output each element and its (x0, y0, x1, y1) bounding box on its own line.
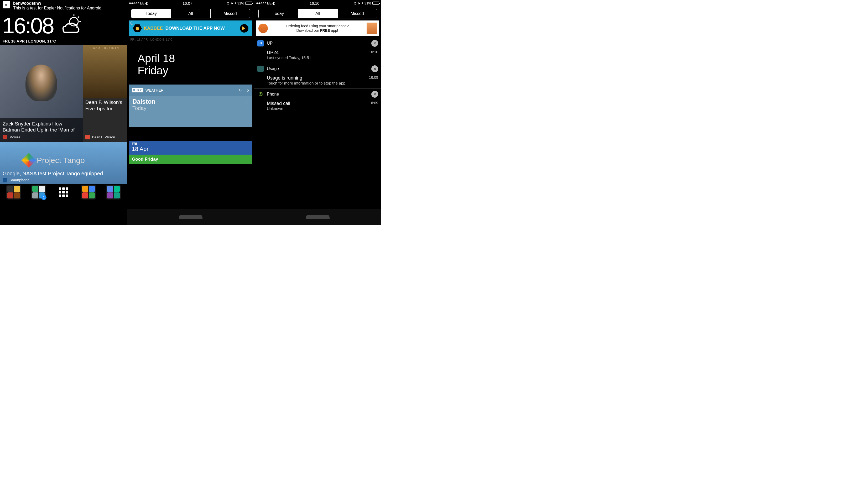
status-bar: EE ◐ 16:10 ⊙ ➤ ⌖ 31% (254, 0, 381, 6)
today-date-widget: April 18 Friday (127, 42, 254, 77)
notif-item[interactable]: UP2416:10 Last synced Today, 15:51 (254, 48, 381, 62)
news-title: Zack Snyder Explains How Batman Ended Up… (3, 121, 80, 133)
date-line: FRI, 18 APR | LONDON, 11°C (0, 39, 127, 45)
source-icon (85, 135, 90, 139)
bbc-weather-card[interactable]: B B C WEATHER ↻ › Dalston Today -- -- (129, 85, 252, 127)
battery-pct: 31% (237, 1, 244, 5)
wifi-icon: ◐ (272, 1, 275, 5)
dock-folder-2[interactable]: 1 (31, 185, 46, 199)
clock-widget[interactable]: 16:08 (0, 13, 127, 39)
notif-text: This is a test for Espier Notifications … (13, 6, 101, 11)
status-time: 16:10 (275, 1, 354, 5)
grabber-icon[interactable] (306, 215, 330, 219)
tango-logo: Project Tango (24, 155, 85, 166)
ad-image (367, 22, 377, 34)
battery-pct: 31% (364, 1, 371, 5)
wifi-icon: ◐ (145, 1, 148, 5)
grabber-icon[interactable] (179, 215, 202, 219)
notif-user: benwoodstnw (13, 1, 101, 6)
dock-folder-3[interactable] (81, 185, 96, 199)
source-icon (3, 135, 7, 139)
dock-folder-4[interactable] (106, 185, 121, 199)
notification-list: UP UP ✕ UP2416:10 Last synced Today, 15:… (254, 37, 381, 114)
play-icon (240, 24, 248, 33)
tab-all[interactable]: All (298, 9, 337, 18)
phone-icon: ✆ (257, 91, 264, 97)
notif-group-header[interactable]: UP UP ✕ (254, 38, 381, 48)
poster-image: ROAD · REBIRTH (83, 45, 127, 98)
chat-icon: ≡ (3, 1, 10, 8)
refresh-icon[interactable]: ↻ (239, 88, 242, 92)
notif-item[interactable]: Usage is running16:09 Touch for more inf… (254, 74, 381, 88)
notification-tabs: Today All Missed (131, 9, 250, 18)
panel-all: EE ◐ 16:10 ⊙ ➤ ⌖ 31% Today All Missed Or… (254, 0, 381, 225)
tab-today[interactable]: Today (131, 9, 171, 18)
news-tile-large[interactable]: Zack Snyder Explains How Batman Ended Up… (0, 45, 83, 142)
notif-item[interactable]: Missed call16:09 Unknown (254, 99, 381, 113)
signal-dots-icon (129, 2, 139, 4)
notif-group-header[interactable]: ✆ Phone ✕ (254, 89, 381, 99)
usage-icon (257, 66, 264, 72)
news-feed: Zack Snyder Explains How Batman Ended Up… (0, 45, 127, 142)
lock-icon: ⊙ (354, 1, 357, 5)
signal-dots-icon (256, 2, 266, 4)
news-title-w: Google, NASA test Project Tango equipped (3, 170, 103, 177)
close-icon[interactable]: ✕ (371, 91, 378, 98)
ad-logo-icon (259, 24, 268, 33)
bluetooth-icon: ⌖ (362, 1, 363, 5)
notification-banner[interactable]: ≡ benwoodstnw This is a test for Espier … (0, 0, 127, 13)
dim-dock (127, 209, 254, 225)
chevron-right-icon[interactable]: › (247, 87, 249, 93)
carrier: EE (140, 1, 144, 5)
ad-logo-icon: ⬢ (133, 24, 142, 32)
dim-dock (254, 209, 381, 225)
bbc-logo: B B C (132, 88, 143, 92)
clock-time: 16:08 (2, 13, 53, 39)
close-icon[interactable]: ✕ (371, 40, 378, 47)
news-source: Movies (10, 135, 20, 139)
weather-icon (58, 13, 82, 38)
status-bar: EE ◐ 16:07 ⊙ ➤ ⌖ 31% (127, 0, 254, 6)
tab-all[interactable]: All (171, 9, 210, 18)
panel-today: EE ◐ 16:07 ⊙ ➤ ⌖ 31% Today All Missed i … (127, 0, 254, 225)
battery-icon (245, 2, 252, 5)
calendar-card[interactable]: FRI 18 Apr Good Friday (129, 140, 252, 164)
status-time: 16:07 (148, 1, 227, 5)
location-icon: ➤ (358, 1, 360, 5)
svg-line-3 (78, 16, 79, 17)
tab-missed[interactable]: Missed (211, 9, 250, 18)
notification-tabs: Today All Missed (259, 9, 377, 18)
dock: 1 (0, 184, 127, 200)
lock-icon: ⊙ (227, 1, 230, 5)
info-icon: i (130, 21, 134, 25)
tab-today[interactable]: Today (259, 9, 298, 18)
news-tile-small[interactable]: ROAD · REBIRTH Dean F. Wilson's Five Tip… (83, 45, 127, 142)
notif-group-header[interactable]: Usage ✕ (254, 64, 381, 74)
battery-icon (372, 2, 379, 5)
source-icon (3, 178, 7, 182)
bluetooth-icon: ⌖ (234, 1, 236, 5)
dim-dateline: FRI, 18 APR | LONDON, 11°C (127, 37, 254, 42)
dock-folder-1[interactable] (6, 185, 21, 199)
badge: 1 (41, 195, 47, 200)
up-icon: UP (257, 40, 264, 47)
close-icon[interactable]: ✕ (371, 65, 378, 72)
location-icon: ➤ (231, 1, 233, 5)
apps-button[interactable] (56, 185, 71, 199)
tab-missed[interactable]: Missed (338, 9, 377, 18)
carrier: EE (267, 1, 271, 5)
ad-banner[interactable]: i ⬢ KABBEE DOWNLOAD THE APP NOW (129, 20, 252, 36)
news-title-r: Dean F. Wilson's Five Tips for (85, 99, 124, 112)
ad-banner[interactable]: Ordering food using your smartphone? Dow… (256, 20, 379, 36)
news-tile-wide[interactable]: Project Tango Google, NASA test Project … (0, 142, 127, 184)
panel-home: ≡ benwoodstnw This is a test for Espier … (0, 0, 127, 225)
